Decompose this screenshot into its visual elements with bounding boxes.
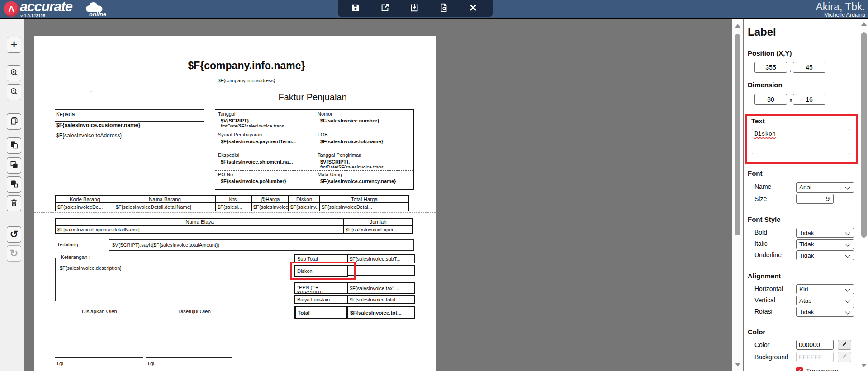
field-terbilang[interactable]: $V{SCRIPT}.sayIt($F{salesInvoice.totalAm… <box>109 239 414 251</box>
close-button[interactable] <box>464 1 482 16</box>
info-cell-fob[interactable]: FOB $F{salesInvoice.fob.name} <box>315 131 414 151</box>
background-picker-button[interactable] <box>838 352 851 362</box>
italic-select[interactable]: Tidak <box>796 239 854 249</box>
rotasi-label: Rotasi <box>754 308 773 315</box>
bring-to-front-button[interactable] <box>7 157 21 174</box>
dimension-height-input[interactable] <box>793 94 825 105</box>
label-tgl-left[interactable]: Tgl <box>56 361 63 366</box>
field-description[interactable]: $F{salesInvoice.description} <box>60 265 122 271</box>
info-label: Mata Uang <box>318 172 414 177</box>
scroll-up-arrow-icon[interactable] <box>861 22 867 26</box>
info-cell-mata-uang[interactable]: Mata Uang $F{salesInvoice.currency.name} <box>315 170 414 191</box>
items-field-cell[interactable]: $F{salesInvoiceDetai... <box>319 202 409 211</box>
field-company-address[interactable]: $F{company.info.address} <box>111 78 382 83</box>
vertical-value: Atas <box>799 297 811 304</box>
dimension-separator: x <box>789 96 792 103</box>
horizontal-value: Kiri <box>799 286 808 293</box>
preview-button[interactable] <box>435 1 453 16</box>
horizontal-select[interactable]: Kiri <box>796 284 854 294</box>
scroll-down-arrow-icon[interactable] <box>735 363 740 366</box>
keterangan-box[interactable] <box>55 258 253 301</box>
info-cell-nomor[interactable]: Nomor $F{salesInvoice.number} <box>315 110 414 131</box>
items-field-cell[interactable]: $F{salesInv... <box>288 202 320 211</box>
expense-field-cell[interactable]: $F{salesInvoiceExpen... <box>343 225 413 234</box>
italic-label: Italic <box>754 240 768 247</box>
scroll-up-arrow-icon[interactable] <box>735 24 740 28</box>
color-input[interactable] <box>796 340 834 350</box>
undo-button[interactable]: ↺ <box>7 226 21 243</box>
label-disetujui-oleh[interactable]: Disetujui Oleh <box>167 309 222 314</box>
import-button[interactable] <box>405 1 423 16</box>
font-size-input[interactable] <box>796 194 834 204</box>
bold-value: Tidak <box>799 230 814 236</box>
export-button[interactable] <box>376 1 394 16</box>
delete-button[interactable] <box>7 195 21 211</box>
add-button[interactable]: + <box>7 37 21 53</box>
info-cell-tanggal[interactable]: Tanggal $V{SCRIPT}. fmtDate($F{salesInvo… <box>215 110 315 131</box>
expense-field-cell[interactable]: $F{salesInvoiceExpense.detailName} <box>55 225 344 234</box>
label-colon[interactable]: : <box>90 89 92 95</box>
total-label-cell[interactable]: Sub Total <box>294 254 348 263</box>
underline-select[interactable]: Tidak <box>796 250 854 260</box>
canvas-scrollbar-thumb[interactable] <box>735 34 740 235</box>
total-label-cell-selected[interactable]: Diskon <box>294 265 348 277</box>
field-customer-name[interactable]: $F{salesInvoice.customer.name} <box>56 122 140 128</box>
info-clipped-line: fmtDate($F{salesInvoice.trans <box>218 123 315 127</box>
info-cell-syarat[interactable]: Syarat Pembayaran $F{salesInvoice.paymen… <box>215 131 315 151</box>
label-keterangan[interactable]: Keterangan : <box>59 254 92 260</box>
color-picker-button[interactable] <box>838 340 851 350</box>
transparan-checkbox[interactable]: ✓ <box>796 367 803 371</box>
total-label-cell[interactable]: Total <box>294 306 348 319</box>
info-label: Ekspedisi <box>218 152 315 158</box>
items-field-cell[interactable]: $F{salesInvoiceDetail.detailName} <box>114 202 216 211</box>
info-clipped-line: fmtDate($F{salesInvoice.trans <box>318 164 414 168</box>
items-field-cell[interactable]: $F{salesInvoiceDe... <box>55 202 114 211</box>
copy-button[interactable] <box>7 113 21 130</box>
total-value-cell[interactable]: $F{salesInvoice.subT... <box>347 254 415 263</box>
band-guide <box>34 236 436 236</box>
label-terbilang[interactable]: Terbilang : <box>57 242 81 247</box>
margin-guide-vertical <box>51 56 51 371</box>
panel-scrollbar-thumb[interactable] <box>861 32 867 238</box>
bold-select[interactable]: Tidak <box>796 228 854 238</box>
items-field-cell[interactable]: $F{salesInvoice... <box>251 202 289 211</box>
vertical-select[interactable]: Atas <box>796 296 854 305</box>
total-row-total: Total $F{salesInvoice.tot... <box>294 306 415 319</box>
zoom-in-button[interactable] <box>7 65 21 81</box>
field-company-name[interactable]: $F{company.info.name} <box>111 60 382 72</box>
report-title[interactable]: Faktur Penjualan <box>263 92 362 103</box>
items-field-cell[interactable]: $F{salesI... <box>215 202 252 211</box>
total-value-cell[interactable] <box>347 265 415 276</box>
total-label-cell[interactable]: Biaya Lain-lain <box>294 295 348 304</box>
label-disiapkan-oleh[interactable]: Disiapkan Oleh <box>72 309 127 314</box>
position-x-input[interactable] <box>754 62 787 73</box>
zoom-out-button[interactable] <box>7 84 21 100</box>
expense-data-row: $F{salesInvoiceExpense.detailName} $F{sa… <box>55 225 413 234</box>
save-button[interactable] <box>346 1 365 16</box>
background-input[interactable] <box>796 352 834 362</box>
font-name-select[interactable]: Arial <box>796 182 854 193</box>
info-cell-tanggal-pengiriman[interactable]: Tanggal Pengiriman $V{SCRIPT}. fmtDate($… <box>315 151 414 171</box>
field-to-address[interactable]: $F{salesInvoice.toAddress} <box>56 132 122 139</box>
font-size-label: Size <box>754 195 767 202</box>
text-input[interactable]: Diskon <box>752 129 850 154</box>
total-label-cell[interactable]: "PPN (" + $V{SCRIPT} <box>294 282 348 294</box>
send-to-back-button[interactable] <box>7 176 21 193</box>
total-value-cell[interactable]: $F{salesInvoice.tax1... <box>347 282 415 294</box>
topbar: Λ accurate online v 1.0.1#3115 Akir <box>0 0 868 19</box>
label-kepada[interactable]: Kepada : <box>56 111 78 117</box>
total-value-cell[interactable]: $F{salesInvoice.total... <box>347 295 415 304</box>
info-value: $F{salesInvoice.fob.name} <box>318 139 414 144</box>
total-row-diskon: Diskon <box>294 265 415 277</box>
terbilang-value: $V{SCRIPT}.sayIt($F{salesInvoice.totalAm… <box>112 242 219 248</box>
info-cell-ekspedisi[interactable]: Ekspedisi $F{salesInvoice.shipment.na... <box>215 151 315 171</box>
paste-button[interactable] <box>7 137 21 154</box>
label-tgl-right[interactable]: Tgl. <box>147 361 156 366</box>
redo-button[interactable]: ↻ <box>7 245 21 262</box>
info-cell-po-no[interactable]: PO No $F{salesInvoice.poNumber} <box>215 170 315 191</box>
total-value-cell[interactable]: $F{salesInvoice.tot... <box>347 306 415 319</box>
scroll-down-arrow-icon[interactable] <box>861 364 867 367</box>
dimension-width-input[interactable] <box>754 94 787 105</box>
rotasi-select[interactable]: Tidak <box>796 307 854 317</box>
position-y-input[interactable] <box>793 62 825 73</box>
